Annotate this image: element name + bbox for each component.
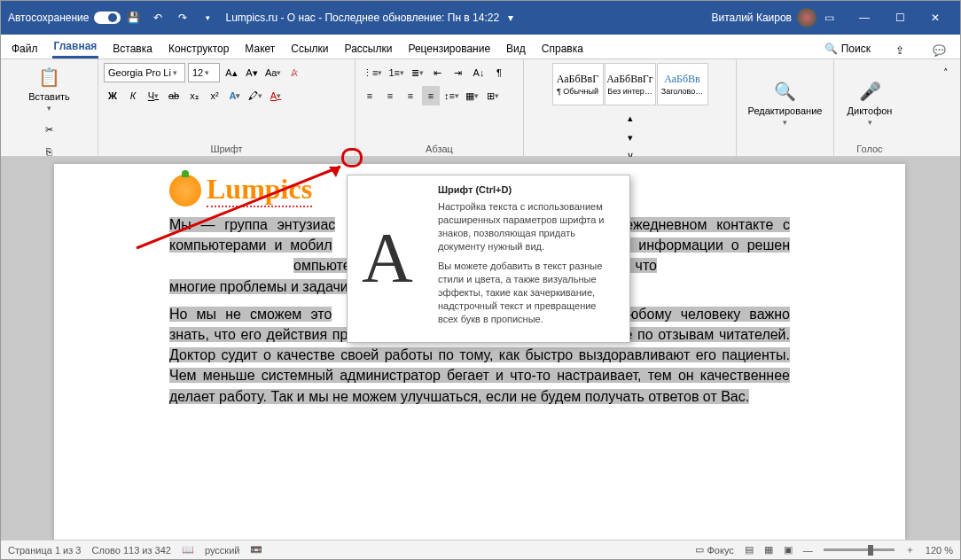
strike-button[interactable]: ab [165, 86, 183, 105]
superscript-button[interactable]: x² [206, 86, 223, 105]
font-size-combo[interactable]: 12▾ [188, 63, 220, 82]
style-normal[interactable]: АаБбВвГ¶ Обычный [552, 63, 604, 105]
tab-references[interactable]: Ссылки [289, 39, 330, 58]
search-icon: 🔍 [772, 79, 797, 104]
titlebar: Автосохранение 💾 ↶ ↷ ▾ Lumpics.ru - О на… [1, 1, 960, 35]
ribbon-options-icon[interactable]: ▭ [818, 7, 840, 28]
redo-icon[interactable]: ↷ [172, 7, 193, 28]
font-color-button[interactable]: A▾ [267, 86, 285, 105]
close-button[interactable]: ✕ [918, 4, 953, 31]
tooltip-heading: Шрифт (Ctrl+D) [438, 184, 619, 195]
qat-more-icon[interactable]: ▾ [197, 7, 218, 28]
align-left-button[interactable]: ≡ [361, 86, 379, 105]
zoom-level[interactable]: 120 % [926, 545, 953, 556]
autosave-toggle[interactable]: Автосохранение [8, 12, 121, 24]
shading-button[interactable]: ▦▾ [464, 86, 481, 105]
clear-formatting-button[interactable]: A̷ [285, 63, 303, 82]
logo-text: Lumpics [207, 173, 312, 207]
change-case-button[interactable]: Aa▾ [263, 63, 283, 82]
align-right-button[interactable]: ≡ [402, 86, 419, 105]
group-font: Georgia Pro Li▾ 12▾ A▴ A▾ Aa▾ A̷ Ж К Ч▾ … [98, 59, 355, 156]
toggle-switch-icon [94, 12, 121, 24]
share-button[interactable]: ⇪ [890, 43, 910, 58]
group-styles: АаБбВвГ¶ Обычный АаБбВвГгБез интер… АаБб… [524, 59, 737, 156]
focus-mode-button[interactable]: ▭Фокус [695, 544, 734, 556]
tooltip-text-2: Вы можете добавить в текст разные стили … [438, 260, 619, 325]
increase-indent-button[interactable]: ⇥ [449, 63, 467, 82]
paste-button[interactable]: 📋 Вставить ▾ [23, 63, 75, 114]
word-window: Автосохранение 💾 ↶ ↷ ▾ Lumpics.ru - О на… [0, 0, 961, 560]
style-no-spacing[interactable]: АаБбВвГгБез интер… [605, 63, 656, 105]
tab-review[interactable]: Рецензирование [406, 39, 492, 58]
highlight-button[interactable]: 🖍▾ [246, 86, 264, 105]
tab-mailings[interactable]: Рассылки [343, 39, 395, 58]
tab-view[interactable]: Вид [504, 39, 527, 58]
editing-label: Редактирование [748, 105, 823, 116]
user-account[interactable]: Виталий Каиров [711, 8, 816, 27]
text-effects-button[interactable]: A▾ [226, 86, 244, 105]
undo-icon[interactable]: ↶ [147, 7, 168, 28]
underline-button[interactable]: Ч▾ [145, 86, 162, 105]
view-print-icon[interactable]: ▦ [764, 544, 773, 556]
microphone-icon: 🎤 [857, 79, 882, 104]
font-name-combo[interactable]: Georgia Pro Li▾ [104, 63, 185, 82]
tab-layout[interactable]: Макет [243, 39, 277, 58]
view-read-icon[interactable]: ▤ [745, 544, 754, 556]
ribbon-tabs: Файл Главная Вставка Конструктор Макет С… [1, 35, 960, 59]
multilevel-button[interactable]: ≣▾ [409, 63, 426, 82]
style-heading1[interactable]: АаБбВвЗаголово… [657, 63, 708, 105]
styles-scroll-up[interactable]: ▴ [621, 108, 639, 128]
orange-icon [169, 175, 201, 206]
tab-insert[interactable]: Вставка [111, 39, 154, 58]
subscript-button[interactable]: x₂ [185, 86, 203, 105]
comments-button[interactable]: 💬 [927, 43, 951, 58]
zoom-out-button[interactable]: ― [803, 545, 813, 556]
tab-home[interactable]: Главная [52, 36, 99, 58]
search-icon: 🔍 [824, 43, 838, 55]
comment-icon: 💬 [933, 44, 946, 57]
group-label-font: Шрифт [104, 142, 349, 154]
status-accessibility-icon[interactable]: 📼 [250, 544, 262, 556]
show-marks-button[interactable]: ¶ [490, 63, 508, 82]
borders-button[interactable]: ⊞▾ [484, 86, 502, 105]
status-spellcheck-icon[interactable]: 📖 [182, 544, 194, 556]
zoom-in-button[interactable]: ＋ [905, 543, 915, 556]
styles-gallery[interactable]: АаБбВвГ¶ Обычный АаБбВвГгБез интер… АаБб… [552, 63, 708, 105]
shrink-font-button[interactable]: A▾ [243, 63, 261, 82]
minimize-button[interactable]: ― [847, 4, 882, 31]
tab-file[interactable]: Файл [10, 39, 40, 58]
decrease-indent-button[interactable]: ⇤ [429, 63, 447, 82]
align-center-button[interactable]: ≡ [381, 86, 399, 105]
line-spacing-button[interactable]: ↕≡▾ [442, 86, 461, 105]
styles-scroll-down[interactable]: ▾ [621, 128, 639, 147]
view-web-icon[interactable]: ▣ [784, 544, 793, 556]
font-size-value: 12 [192, 67, 203, 78]
tab-design[interactable]: Конструктор [167, 39, 230, 58]
group-paragraph: ⋮≡▾ 1≡▾ ≣▾ ⇤ ⇥ A↓ ¶ ≡ ≡ ≡ ≡ ↕≡▾ ▦▾ ⊞▾ [355, 59, 524, 156]
maximize-button[interactable]: ☐ [882, 4, 918, 31]
grow-font-button[interactable]: A▴ [223, 63, 240, 82]
group-clipboard: 📋 Вставить ▾ ✂ ⎘ 🖌 Буфер обме… [1, 59, 98, 156]
cut-button[interactable]: ✂ [41, 120, 59, 139]
bold-button[interactable]: Ж [104, 86, 121, 105]
chevron-down-icon: ▾ [47, 104, 51, 113]
dictate-button[interactable]: 🎤 Диктофон ▾ [842, 77, 898, 128]
chevron-down-icon[interactable]: ▾ [508, 12, 513, 24]
status-page[interactable]: Страница 1 из 3 [8, 545, 81, 556]
tell-me-search[interactable]: 🔍 Поиск [823, 39, 872, 58]
numbering-button[interactable]: 1≡▾ [387, 63, 406, 82]
bullets-button[interactable]: ⋮≡▾ [361, 63, 384, 82]
save-icon[interactable]: 💾 [122, 7, 144, 28]
editing-button[interactable]: 🔍 Редактирование ▾ [743, 77, 828, 128]
sort-button[interactable]: A↓ [470, 63, 488, 82]
user-name: Виталий Каиров [711, 12, 792, 24]
status-language[interactable]: русский [205, 545, 239, 556]
font-name-value: Georgia Pro Li [108, 67, 171, 78]
status-words[interactable]: Слово 113 из 342 [91, 545, 171, 556]
tab-help[interactable]: Справка [540, 39, 585, 58]
justify-button[interactable]: ≡ [422, 86, 440, 105]
zoom-slider[interactable] [824, 548, 895, 551]
document-title: Lumpics.ru - О нас - Последнее обновлени… [225, 12, 499, 24]
collapse-ribbon-button[interactable]: ˄ [937, 63, 955, 82]
italic-button[interactable]: К [124, 86, 142, 105]
